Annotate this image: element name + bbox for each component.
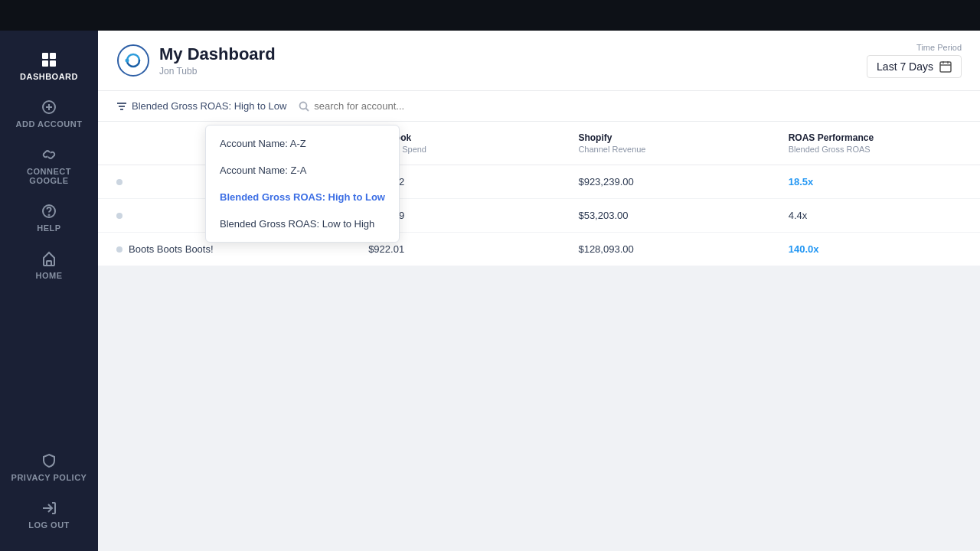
shopify-revenue: $128,093.00	[560, 233, 769, 266]
dropdown-item-roas-low-high[interactable]: Blended Gross ROAS: Low to High	[206, 210, 399, 237]
header-left: My Dashboard Jon Tubb	[116, 44, 276, 77]
sidebar-label-dashboard: DASHBOARD	[20, 72, 78, 81]
search-box	[299, 100, 467, 112]
time-period-container: Time Period Last 7 Days	[867, 43, 962, 78]
sidebar-item-help[interactable]: HELP	[0, 194, 98, 242]
app-body: DASHBOARD ADD ACCOUNT CONNECT GOOGLE	[0, 31, 980, 551]
shield-icon	[41, 453, 57, 468]
home-icon	[41, 251, 57, 266]
svg-rect-9	[47, 261, 51, 266]
sidebar-label-home: HOME	[36, 271, 63, 280]
sidebar-label-connect-google: CONNECT GOOGLE	[6, 167, 92, 185]
app-logo	[116, 44, 150, 77]
time-period-selector[interactable]: Last 7 Days	[867, 55, 962, 78]
svg-rect-3	[50, 60, 56, 67]
dropdown-item-roas-high-low[interactable]: Blended Gross ROAS: High to Low	[206, 184, 399, 210]
sidebar-item-add-account[interactable]: ADD ACCOUNT	[0, 90, 98, 138]
svg-line-21	[306, 108, 309, 111]
help-icon	[41, 204, 57, 219]
header-title: My Dashboard Jon Tubb	[159, 44, 276, 77]
log-out-icon	[41, 500, 57, 516]
shopify-revenue: $53,203.00	[560, 199, 769, 233]
sidebar-label-privacy-policy: PRIVACY POLICY	[11, 473, 87, 482]
sidebar: DASHBOARD ADD ACCOUNT CONNECT GOOGLE	[0, 31, 98, 551]
sort-label: Blended Gross ROAS: High to Low	[132, 100, 286, 112]
svg-point-12	[126, 59, 129, 63]
svg-rect-0	[42, 53, 48, 59]
sidebar-item-connect-google[interactable]: CONNECT GOOGLE	[0, 138, 98, 194]
account-name: Boots Boots Boots!	[129, 243, 214, 255]
plus-circle-icon	[41, 99, 57, 115]
dropdown-item-name-az[interactable]: Account Name: A-Z	[206, 130, 399, 157]
sidebar-item-home[interactable]: HOME	[0, 242, 98, 289]
account-dot	[116, 246, 122, 253]
roas-value: 140.0x	[770, 233, 980, 266]
svg-point-20	[300, 102, 307, 109]
sidebar-label-log-out: LOG OUT	[28, 520, 70, 530]
link-icon	[41, 147, 57, 162]
sidebar-bottom: PRIVACY POLICY LOG OUT	[0, 444, 98, 539]
roas-value: 4.4x	[770, 199, 980, 233]
svg-point-11	[118, 45, 149, 76]
shopify-revenue: $923,239.00	[560, 165, 769, 199]
svg-rect-2	[42, 60, 48, 67]
svg-point-8	[49, 215, 50, 216]
svg-rect-1	[50, 53, 56, 59]
sort-button[interactable]: Blended Gross ROAS: High to Low	[116, 100, 286, 112]
time-period-value: Last 7 Days	[877, 60, 933, 73]
search-icon	[299, 101, 309, 112]
account-dot	[116, 213, 122, 219]
sidebar-item-log-out[interactable]: LOG OUT	[0, 491, 98, 539]
sidebar-item-dashboard[interactable]: DASHBOARD	[0, 43, 98, 90]
sort-dropdown: Account Name: A-Z Account Name: Z-A Blen…	[205, 125, 400, 243]
grid-icon	[41, 52, 57, 67]
page-header: My Dashboard Jon Tubb Time Period Last 7…	[98, 31, 980, 91]
time-period-label: Time Period	[916, 43, 962, 52]
search-input[interactable]	[314, 100, 467, 112]
top-bar	[0, 0, 980, 31]
dashboard-title: My Dashboard	[159, 44, 276, 64]
user-name: Jon Tubb	[159, 66, 276, 77]
col-header-shopify: Shopify Channel Revenue	[560, 122, 769, 165]
dashboard-area: Blended Gross ROAS: High to Low Account …	[98, 91, 980, 551]
roas-value: 18.5x	[770, 165, 980, 199]
filter-bar: Blended Gross ROAS: High to Low Account …	[98, 91, 980, 122]
sort-icon	[116, 101, 127, 112]
svg-rect-13	[940, 62, 951, 72]
sidebar-label-help: HELP	[37, 223, 60, 233]
main-content: My Dashboard Jon Tubb Time Period Last 7…	[98, 31, 980, 551]
account-dot	[116, 179, 122, 185]
calendar-icon	[939, 60, 952, 73]
col-header-roas: ROAS Performance Blended Gross ROAS	[770, 122, 980, 165]
sidebar-item-privacy-policy[interactable]: PRIVACY POLICY	[0, 444, 98, 491]
dropdown-item-name-za[interactable]: Account Name: Z-A	[206, 157, 399, 184]
sidebar-label-add-account: ADD ACCOUNT	[16, 119, 83, 129]
